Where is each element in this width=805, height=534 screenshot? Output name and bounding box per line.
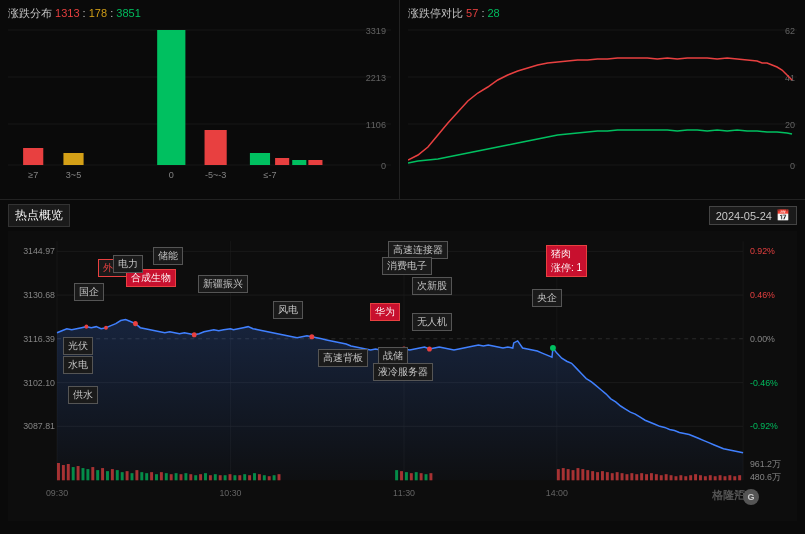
svg-rect-94	[268, 476, 271, 480]
limit-num-green: 28	[488, 7, 500, 19]
svg-rect-124	[650, 473, 653, 480]
tag-guangfu[interactable]: 光伏	[63, 337, 93, 355]
svg-rect-78	[189, 474, 192, 480]
svg-rect-10	[157, 30, 185, 165]
svg-rect-76	[180, 474, 183, 480]
svg-rect-128	[670, 475, 673, 480]
svg-rect-61	[106, 471, 109, 480]
svg-rect-89	[243, 474, 246, 480]
tag-chuneng[interactable]: 储能	[153, 247, 183, 265]
svg-text:0.92%: 0.92%	[750, 246, 775, 256]
svg-point-151	[133, 321, 138, 326]
svg-rect-77	[184, 473, 187, 480]
tag-xiaofei[interactable]: 消费电子	[382, 257, 432, 275]
date-value: 2024-05-24	[716, 210, 772, 222]
tag-cixin[interactable]: 次新股	[412, 277, 452, 295]
svg-text:0: 0	[790, 161, 795, 171]
bar-chart-svg: 3319 2213 1106 0 ≥7 3~5	[8, 25, 391, 180]
svg-rect-13	[275, 158, 289, 165]
svg-rect-75	[175, 473, 178, 480]
line-chart-svg: 62 41 20 0	[408, 25, 797, 180]
svg-text:0.00%: 0.00%	[750, 334, 775, 344]
svg-text:0: 0	[381, 161, 386, 171]
svg-text:961.2万: 961.2万	[750, 459, 781, 469]
dist-sep2: :	[110, 7, 113, 19]
svg-rect-85	[224, 475, 227, 480]
svg-rect-68	[140, 472, 143, 480]
svg-text:11:30: 11:30	[393, 487, 415, 497]
svg-rect-119	[625, 474, 628, 480]
svg-text:3102.10: 3102.10	[23, 378, 55, 388]
tag-shuidian[interactable]: 水电	[63, 356, 93, 374]
svg-rect-56	[82, 468, 85, 480]
svg-rect-53	[67, 464, 70, 480]
tag-fengdian[interactable]: 风电	[273, 301, 303, 319]
svg-rect-127	[665, 474, 668, 480]
svg-text:≥7: ≥7	[28, 170, 38, 180]
svg-text:62: 62	[785, 26, 795, 36]
svg-rect-99	[405, 472, 408, 480]
svg-rect-134	[699, 475, 702, 480]
date-picker[interactable]: 2024-05-24 📅	[709, 206, 797, 225]
svg-rect-126	[660, 475, 663, 480]
tag-xinjiang[interactable]: 新疆振兴	[198, 275, 248, 293]
svg-text:3130.68: 3130.68	[23, 290, 55, 300]
svg-rect-11	[205, 130, 227, 165]
svg-point-153	[309, 334, 314, 339]
svg-rect-137	[714, 476, 717, 480]
tag-yangqi[interactable]: 央企	[532, 289, 562, 307]
svg-rect-121	[635, 474, 638, 480]
svg-rect-69	[145, 473, 148, 480]
tag-gaosubi[interactable]: 高速背板	[318, 349, 368, 367]
svg-rect-120	[630, 473, 633, 480]
svg-rect-64	[121, 472, 124, 480]
svg-rect-88	[238, 475, 241, 480]
svg-rect-81	[204, 473, 207, 480]
svg-rect-12	[250, 153, 270, 165]
svg-rect-93	[263, 475, 266, 480]
svg-text:2213: 2213	[366, 73, 386, 83]
svg-rect-133	[694, 474, 697, 480]
tag-dianli[interactable]: 电力	[113, 255, 143, 273]
svg-rect-96	[278, 474, 281, 480]
tag-guoqi[interactable]: 国企	[74, 283, 104, 301]
dist-title-text: 涨跌分布	[8, 7, 52, 19]
svg-text:-0.92%: -0.92%	[750, 421, 778, 431]
svg-rect-87	[233, 475, 236, 480]
tag-wurenij[interactable]: 无人机	[412, 313, 452, 331]
svg-rect-103	[425, 474, 428, 480]
svg-text:-5~-3: -5~-3	[205, 170, 226, 180]
svg-rect-106	[562, 468, 565, 480]
limit-title: 涨跌停对比 57 : 28	[408, 6, 797, 21]
tag-huawei[interactable]: 华为	[370, 303, 400, 321]
bar-chart-area: 3319 2213 1106 0 ≥7 3~5	[8, 25, 391, 180]
svg-rect-104	[429, 473, 432, 480]
tag-gongshui[interactable]: 供水	[68, 386, 98, 404]
svg-rect-51	[57, 463, 60, 480]
svg-rect-142	[738, 475, 741, 480]
svg-rect-108	[572, 470, 575, 480]
tag-zhurou[interactable]: 猪肉涨停: 1	[546, 245, 587, 277]
svg-rect-135	[704, 476, 707, 480]
tag-yeleng[interactable]: 液冷服务器	[373, 363, 433, 381]
svg-rect-110	[581, 469, 584, 480]
svg-rect-55	[77, 466, 80, 480]
svg-rect-83	[214, 474, 217, 480]
svg-text:3144.97: 3144.97	[23, 246, 55, 256]
limit-compare-chart: 涨跌停对比 57 : 28 62 41 20 0	[400, 0, 805, 200]
svg-text:0.46%: 0.46%	[750, 290, 775, 300]
svg-rect-52	[62, 465, 65, 480]
hotspot-section: 热点概览 2024-05-24 📅 3144.97 3130.68	[0, 200, 805, 534]
dist-num-yellow: 178	[89, 7, 107, 19]
svg-rect-115	[606, 472, 609, 480]
svg-rect-58	[91, 467, 94, 480]
svg-rect-97	[395, 470, 398, 480]
svg-rect-122	[640, 473, 643, 480]
svg-rect-140	[728, 475, 731, 480]
distribution-chart: 涨跌分布 1313 : 178 : 3851 3319 2213 1106 0	[0, 0, 400, 200]
svg-rect-72	[160, 472, 163, 480]
svg-rect-114	[601, 471, 604, 480]
svg-rect-132	[689, 475, 692, 480]
svg-rect-92	[258, 474, 261, 480]
svg-rect-139	[723, 476, 726, 480]
